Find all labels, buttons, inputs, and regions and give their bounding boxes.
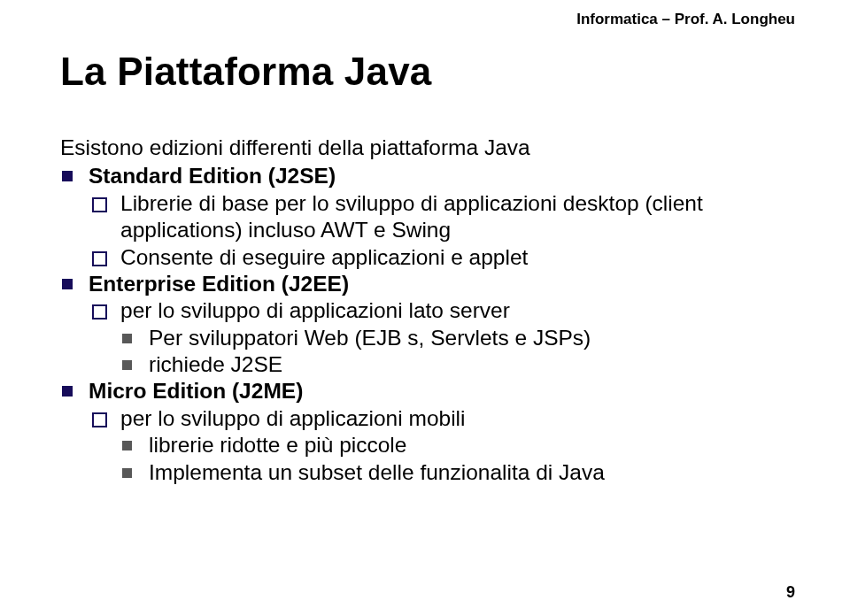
list-item: Per sviluppatori Web (EJB s, Servlets e … <box>120 325 790 351</box>
sublist: per lo sviluppo di applicazioni mobili l… <box>89 405 790 486</box>
edition-name: Standard Edition (J2SE) <box>89 164 336 188</box>
subsubitem-text: Per sviluppatori Web (EJB s, Servlets e … <box>149 326 591 350</box>
list-item: per lo sviluppo di applicazioni lato ser… <box>89 297 790 378</box>
subitem-text: per lo sviluppo di applicazioni lato ser… <box>120 298 510 322</box>
edition-name: Micro Edition (J2ME) <box>89 379 303 403</box>
subitem-text: Librerie di base per lo sviluppo di appl… <box>120 191 703 242</box>
subsubitem-text: librerie ridotte e più piccole <box>149 433 406 457</box>
editions-list: Standard Edition (J2SE) Librerie di base… <box>60 163 790 486</box>
subitem-text: Consente di eseguire applicazioni e appl… <box>120 245 528 269</box>
subsubitem-text: richiede J2SE <box>149 352 282 376</box>
sublist: per lo sviluppo di applicazioni lato ser… <box>89 297 790 378</box>
header-course-info: Informatica – Prof. A. Longheu <box>576 11 795 28</box>
list-item: Micro Edition (J2ME) per lo sviluppo di … <box>60 378 790 486</box>
subsublist: Per sviluppatori Web (EJB s, Servlets e … <box>120 325 790 379</box>
intro-text: Esistono edizioni differenti della piatt… <box>60 135 790 161</box>
slide-title: La Piattaforma Java <box>60 50 790 94</box>
slide-page: Informatica – Prof. A. Longheu La Piatta… <box>0 0 850 616</box>
list-item: Consente di eseguire applicazioni e appl… <box>89 244 790 271</box>
list-item: richiede J2SE <box>120 351 790 378</box>
list-item: per lo sviluppo di applicazioni mobili l… <box>89 405 790 486</box>
list-item: librerie ridotte e più piccole <box>120 432 790 458</box>
page-number: 9 <box>786 583 795 602</box>
sublist: Librerie di base per lo sviluppo di appl… <box>89 190 790 271</box>
subsublist: librerie ridotte e più piccole Implement… <box>120 432 790 486</box>
slide-content: Esistono edizioni differenti della piatt… <box>60 135 790 486</box>
subitem-text: per lo sviluppo di applicazioni mobili <box>120 406 466 430</box>
list-item: Librerie di base per lo sviluppo di appl… <box>89 190 790 244</box>
list-item: Implementa un subset delle funzionalita … <box>120 459 790 486</box>
list-item: Standard Edition (J2SE) Librerie di base… <box>60 163 790 271</box>
subsubitem-text: Implementa un subset delle funzionalita … <box>149 460 605 484</box>
edition-name: Enterprise Edition (J2EE) <box>89 272 349 296</box>
list-item: Enterprise Edition (J2EE) per lo svilupp… <box>60 271 790 379</box>
